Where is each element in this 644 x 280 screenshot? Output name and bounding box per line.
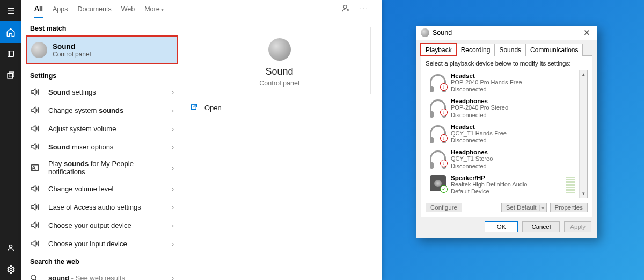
device-item[interactable]: ↓HeadsetPOP-2040 Pro Hands-FreeDisconnec… xyxy=(426,70,579,96)
tab-sounds[interactable]: Sounds xyxy=(494,44,526,56)
settings-item-label: Sound mixer options xyxy=(48,143,172,151)
preview-sound-icon xyxy=(268,38,291,61)
search-tab-web[interactable]: Web xyxy=(121,1,135,17)
chevron-right-icon: › xyxy=(172,88,174,96)
chevron-right-icon: › xyxy=(172,203,174,211)
start-search-panel: All Apps Documents Web More ··· Best mat… xyxy=(21,0,382,280)
web-result-row[interactable]: sound - See web results › xyxy=(21,269,182,280)
search-tab-more[interactable]: More xyxy=(144,1,164,17)
settings-item[interactable]: Play sounds for My People notifications› xyxy=(21,156,182,180)
device-desc: POP-2040 Pro Hands-Free xyxy=(451,79,522,87)
taskbar-home-button[interactable] xyxy=(0,21,21,43)
ok-button[interactable]: OK xyxy=(485,221,518,232)
preview-card: Sound Control panel xyxy=(188,27,371,94)
taskbar-collections-button[interactable] xyxy=(0,64,21,86)
device-item[interactable]: ✓Speaker/HPRealtek High Definition Audio… xyxy=(426,173,579,198)
properties-button[interactable]: Properties xyxy=(550,203,588,212)
chevron-right-icon: › xyxy=(172,143,174,151)
search-web-heading: Search the web xyxy=(21,253,182,269)
down-badge-icon: ↓ xyxy=(440,160,448,167)
level-meter xyxy=(566,177,575,193)
settings-item-label: Adjust system volume xyxy=(48,125,172,133)
tab-communications[interactable]: Communications xyxy=(525,44,583,56)
chevron-right-icon: › xyxy=(172,106,174,114)
dialog-tabs: Playback Recording Sounds Communications xyxy=(416,40,597,55)
device-status: Disconnected xyxy=(451,163,493,170)
cancel-button[interactable]: Cancel xyxy=(522,221,560,232)
settings-item[interactable]: Choose your output device› xyxy=(21,216,182,234)
scrollbar[interactable]: ▴▾ xyxy=(579,70,587,198)
device-desc: QCY_T1 Hands-Free xyxy=(451,130,507,138)
search-tab-documents[interactable]: Documents xyxy=(77,1,111,17)
close-button[interactable]: ✕ xyxy=(581,28,592,38)
settings-item[interactable]: Choose your input device› xyxy=(21,234,182,253)
device-status: Default Device xyxy=(451,188,527,196)
set-default-button[interactable]: Set Default xyxy=(501,203,547,212)
taskbar: ☰ xyxy=(0,0,21,280)
apply-button[interactable]: Apply xyxy=(564,221,591,232)
speaker-device-icon: ✓ xyxy=(429,175,447,192)
chevron-right-icon: › xyxy=(172,164,174,172)
web-query: sound xyxy=(48,274,69,281)
settings-item[interactable]: Change volume level› xyxy=(21,180,182,198)
tab-playback[interactable]: Playback xyxy=(421,44,457,56)
device-item[interactable]: ↓HeadsetQCY_T1 Hands-FreeDisconnected xyxy=(426,121,579,147)
device-list[interactable]: ↓HeadsetPOP-2040 Pro Hands-FreeDisconnec… xyxy=(426,70,588,199)
best-match-result[interactable]: Sound Control panel xyxy=(26,35,178,64)
dialog-content: Select a playback device below to modify… xyxy=(421,55,592,218)
chevron-right-icon: › xyxy=(172,240,174,248)
settings-item[interactable]: Adjust system volume› xyxy=(21,119,182,138)
svg-rect-1 xyxy=(8,74,12,78)
settings-item[interactable]: Sound settings› xyxy=(21,83,182,101)
open-icon xyxy=(190,103,198,112)
settings-item[interactable]: Sound mixer options› xyxy=(21,138,182,156)
svg-point-3 xyxy=(9,245,12,248)
sound-icon xyxy=(31,42,47,58)
feedback-icon[interactable] xyxy=(341,4,350,15)
device-item[interactable]: ↓HeadphonesQCY_T1 StereoDisconnected xyxy=(426,147,579,173)
best-match-title: Sound xyxy=(53,42,91,51)
more-options-icon[interactable]: ··· xyxy=(360,4,369,15)
open-action[interactable]: Open xyxy=(188,94,371,121)
device-status: Disconnected xyxy=(451,86,522,94)
search-tab-all[interactable]: All xyxy=(34,1,43,18)
device-name: Headset xyxy=(451,73,522,79)
svg-rect-0 xyxy=(8,51,14,57)
dialog-title: Sound xyxy=(433,29,452,37)
dialog-instruction: Select a playback device below to modify… xyxy=(426,60,588,67)
best-match-heading: Best match xyxy=(21,18,182,35)
taskbar-library-button[interactable] xyxy=(0,43,21,64)
device-desc: QCY_T1 Stereo xyxy=(451,155,493,163)
preview-subtitle: Control panel xyxy=(194,80,365,87)
settings-item[interactable]: Change system sounds› xyxy=(21,101,182,119)
chevron-right-icon: › xyxy=(172,221,174,229)
taskbar-menu-button[interactable]: ☰ xyxy=(0,0,21,21)
settings-item[interactable]: Ease of Access audio settings› xyxy=(21,198,182,216)
settings-item-label: Sound settings xyxy=(48,88,172,96)
headphones-device-icon: ↓ xyxy=(429,98,447,115)
tab-recording[interactable]: Recording xyxy=(456,44,495,56)
search-tab-apps[interactable]: Apps xyxy=(53,1,68,17)
device-name: Speaker/HP xyxy=(451,175,527,181)
settings-item-label: Change system sounds xyxy=(48,106,172,114)
device-item[interactable]: ↓HeadphonesPOP-2040 Pro StereoDisconnect… xyxy=(426,96,579,121)
check-badge-icon: ✓ xyxy=(440,185,448,193)
speaker-icon xyxy=(30,220,48,230)
settings-item-label: Play sounds for My People notifications xyxy=(48,160,172,176)
dialog-titlebar[interactable]: Sound ✕ xyxy=(416,26,597,40)
results-column: Best match Sound Control panel Settings … xyxy=(21,18,182,280)
people-icon xyxy=(30,163,48,173)
taskbar-settings-button[interactable] xyxy=(0,259,21,280)
taskbar-account-button[interactable] xyxy=(0,237,21,259)
best-match-subtitle: Control panel xyxy=(53,51,91,58)
settings-item-label: Choose your output device xyxy=(48,221,172,229)
speaker-icon xyxy=(30,124,48,133)
headphones-device-icon: ↓ xyxy=(429,124,447,141)
speaker-icon xyxy=(30,87,48,97)
svg-point-7 xyxy=(33,167,34,168)
device-name: Headphones xyxy=(451,149,493,155)
settings-heading: Settings xyxy=(21,67,182,83)
preview-title: Sound xyxy=(194,66,365,77)
configure-button[interactable]: Configure xyxy=(426,203,462,212)
svg-point-5 xyxy=(343,5,347,8)
